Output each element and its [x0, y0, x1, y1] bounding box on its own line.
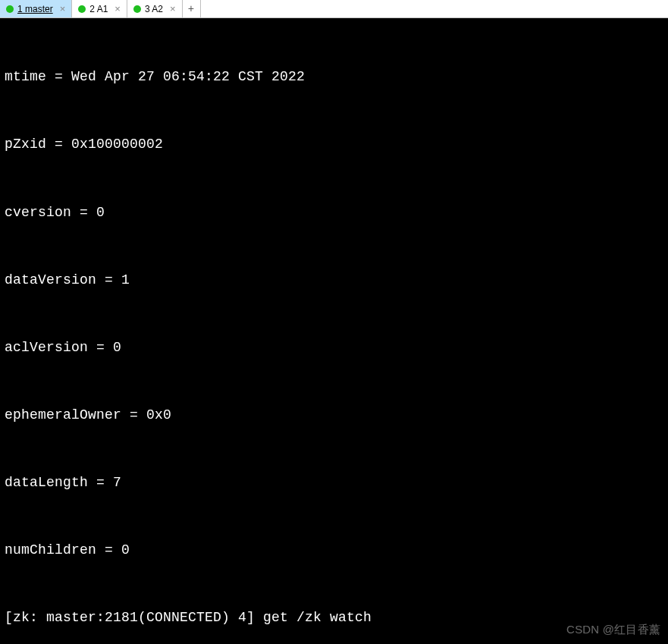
- terminal-line: dataVersion = 1: [5, 269, 663, 292]
- terminal-line: ephemeralOwner = 0x0: [5, 404, 663, 427]
- close-icon[interactable]: ×: [60, 4, 66, 14]
- terminal-line: pZxid = 0x100000002: [5, 134, 663, 156]
- watermark: CSDN @红目香薰: [566, 620, 660, 639]
- tab-a2[interactable]: 3 A2 ×: [127, 0, 183, 17]
- tab-label: 1 master: [17, 4, 53, 14]
- terminal-line: mtime = Wed Apr 27 06:54:22 CST 2022: [5, 66, 663, 89]
- close-icon[interactable]: ×: [170, 4, 176, 14]
- add-tab-button[interactable]: +: [183, 0, 201, 17]
- tab-bar: 1 master × 2 A1 × 3 A2 × +: [0, 0, 668, 18]
- terminal-line: [zk: master:2181(CONNECTED) 4] get /zk w…: [5, 607, 663, 630]
- status-dot-icon: [78, 5, 86, 13]
- plus-icon: +: [188, 3, 194, 15]
- tab-label: 3 A2: [145, 4, 163, 14]
- terminal-line: aclVersion = 0: [5, 337, 663, 360]
- terminal-line: dataLength = 7: [5, 472, 663, 495]
- terminal-output[interactable]: mtime = Wed Apr 27 06:54:22 CST 2022 pZx…: [0, 18, 668, 644]
- close-icon[interactable]: ×: [114, 4, 121, 14]
- tab-master[interactable]: 1 master ×: [0, 0, 72, 17]
- status-dot-icon: [133, 5, 141, 13]
- terminal-line: cversion = 0: [5, 202, 663, 225]
- terminal-line: numChildren = 0: [5, 539, 663, 562]
- tab-label: 2 A1: [89, 4, 108, 14]
- status-dot-icon: [6, 5, 14, 13]
- tab-a1[interactable]: 2 A1 ×: [72, 0, 127, 17]
